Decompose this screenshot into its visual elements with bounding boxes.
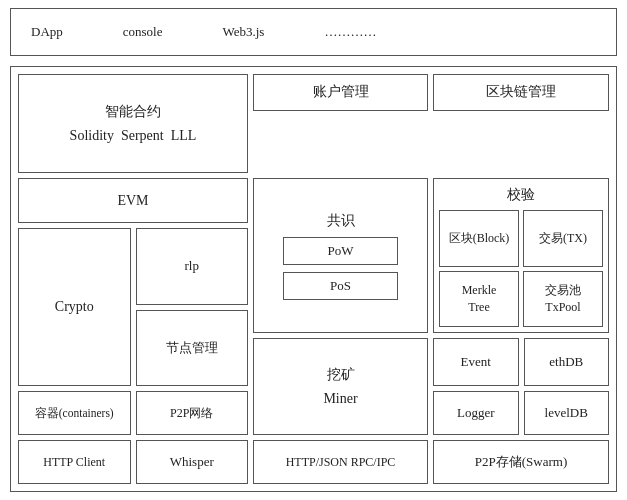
- main-diagram: 智能合约Solidity Serpent LLL 账户管理 区块链管理 EVM …: [10, 66, 617, 492]
- row-1-2: 智能合约Solidity Serpent LLL 账户管理 区块链管理: [18, 74, 609, 173]
- logger-leveldb-row: Logger levelDB: [433, 391, 609, 435]
- block-cell: 区块(Block): [439, 210, 519, 267]
- http-client-cell: HTTP Client: [18, 440, 131, 484]
- p2p-storage-cell: P2P存储(Swarm): [433, 440, 609, 484]
- leveldb-cell: levelDB: [524, 391, 610, 435]
- account-mgmt-cell: 账户管理: [253, 74, 428, 111]
- validation-label: 校验: [439, 184, 603, 206]
- validation-outer: 校验 区块(Block) 交易(TX) MerkleTree 交易池TxPool: [433, 178, 609, 333]
- validation-grid: 区块(Block) 交易(TX) MerkleTree 交易池TxPool: [439, 210, 603, 327]
- consensus-cell: 共识 PoW PoS: [253, 178, 428, 333]
- logger-cell: Logger: [433, 391, 519, 435]
- top-bar-ellipsis: …………: [324, 24, 376, 40]
- http-whisper-row: HTTP Client Whisper: [18, 440, 248, 484]
- mining-cell: 挖矿Miner: [253, 338, 428, 435]
- containers-p2p-row: 容器(containers) P2P网络: [18, 391, 248, 435]
- node-mgmt-cell: 节点管理: [136, 310, 249, 387]
- tx-cell: 交易(TX): [523, 210, 603, 267]
- p2p-cell: P2P网络: [136, 391, 249, 435]
- blockchain-mgmt-cell: 区块链管理: [433, 74, 609, 111]
- crypto-cell: Crypto: [18, 228, 131, 386]
- pow-cell: PoW: [283, 237, 399, 265]
- whisper-cell: Whisper: [136, 440, 249, 484]
- evm-cell: EVM: [18, 178, 248, 223]
- crypto-area: Crypto rlp 节点管理: [18, 228, 248, 386]
- http-json-rpc-cell: HTTP/JSON RPC/IPC: [253, 440, 428, 484]
- top-bar-console: console: [123, 24, 163, 40]
- containers-cell: 容器(containers): [18, 391, 131, 435]
- top-bar-web3: Web3.js: [223, 24, 265, 40]
- smart-contract-cell: 智能合约Solidity Serpent LLL: [18, 74, 248, 173]
- txpool-cell: 交易池TxPool: [523, 271, 603, 328]
- event-ethdb-row: Event ethDB: [433, 338, 609, 386]
- event-cell: Event: [433, 338, 519, 386]
- top-bar: DApp console Web3.js …………: [10, 8, 617, 56]
- rlp-cell: rlp: [136, 228, 249, 305]
- pos-cell: PoS: [283, 272, 399, 300]
- main-content-grid: EVM 共识 PoW PoS 校验 区块(Block): [18, 178, 609, 484]
- merkle-tree-cell: MerkleTree: [439, 271, 519, 328]
- top-bar-dapp: DApp: [31, 24, 63, 40]
- ethdb-cell: ethDB: [524, 338, 610, 386]
